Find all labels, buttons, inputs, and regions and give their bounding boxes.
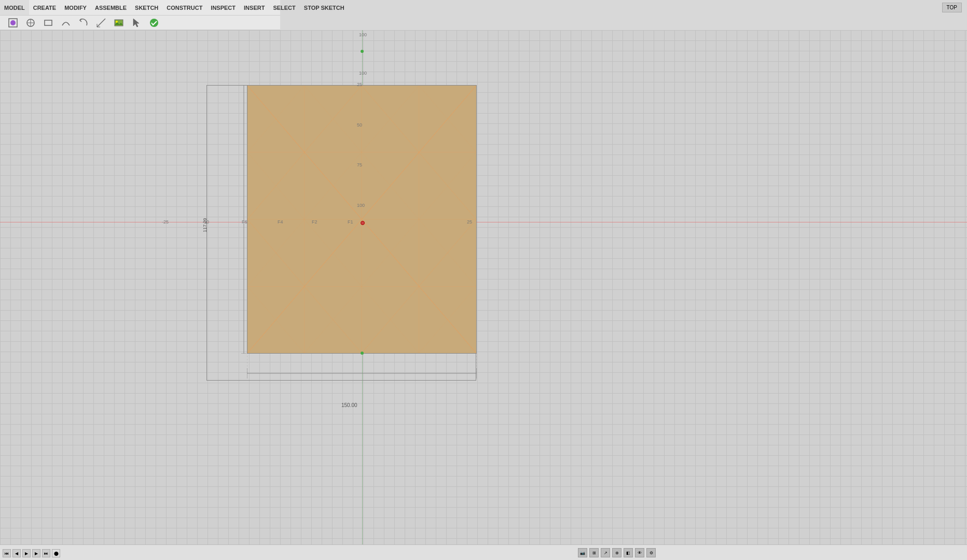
status-bar: ⏮ ◀ ▶ ▶ ⏭ ⬤ 📷 ⊞ ↗ ⊕ ◧ 👁 ⚙ <box>0 544 967 560</box>
circle-tool-icon[interactable] <box>23 16 38 30</box>
play-button[interactable]: ▶ <box>22 549 31 557</box>
menu-sketch[interactable]: SKETCH <box>131 0 162 15</box>
menu-bar: MODEL CREATE MODIFY ASSEMBLE SKETCH CONS… <box>0 0 280 16</box>
dimension-bottom-label: 150.00 <box>341 402 357 408</box>
display-mode-icon[interactable]: ◧ <box>624 548 633 557</box>
grid-number-25v: 25 <box>357 82 362 87</box>
stop-sketch-icon[interactable] <box>147 16 161 30</box>
grid-tool-icon[interactable]: ⊞ <box>589 548 599 557</box>
menu-select[interactable]: SELECT <box>269 0 299 15</box>
grid-number-25: 25 <box>467 219 472 225</box>
horizontal-axis <box>0 222 967 222</box>
grid-number-100v: 100 <box>357 203 365 208</box>
svg-point-12 <box>150 19 158 27</box>
menu-inspect[interactable]: INSPECT <box>206 0 240 15</box>
grid-number-neg25: -25 <box>162 219 169 225</box>
select-cursor-icon[interactable] <box>129 16 144 30</box>
svg-rect-9 <box>115 20 123 26</box>
skip-back-button[interactable]: ⏮ <box>3 549 11 557</box>
playback-controls: ⏮ ◀ ▶ ▶ ⏭ ⬤ <box>3 549 60 557</box>
grid-number-100-top: 100 <box>359 32 367 37</box>
dimension-icon[interactable] <box>94 16 108 30</box>
vertical-axis-top-marker <box>361 50 364 53</box>
undo-icon[interactable] <box>76 16 91 30</box>
record-button[interactable]: ⬤ <box>52 549 60 557</box>
grid-number-f1: F1 <box>348 219 353 225</box>
arc-tool-icon[interactable] <box>59 16 73 30</box>
menu-insert[interactable]: INSERT <box>240 0 269 15</box>
grid-number-f4: F4 <box>278 219 283 225</box>
menu-modify[interactable]: MODIFY <box>60 0 91 15</box>
svg-rect-5 <box>45 20 52 25</box>
grid-background <box>0 30 967 544</box>
show-hide-icon[interactable]: 👁 <box>635 548 644 557</box>
grid-number-75v: 75 <box>357 162 362 167</box>
grid-number-100: 100 <box>359 71 367 76</box>
camera-tool-icon[interactable]: 📷 <box>578 548 587 557</box>
svg-marker-11 <box>133 19 139 27</box>
model-icon[interactable] <box>6 16 20 30</box>
image-icon[interactable] <box>112 16 126 30</box>
canvas-area[interactable]: 150.00 117.29 100 100 -25 -10 F6 F4 F2 F… <box>0 30 967 544</box>
skip-forward-button[interactable]: ⏭ <box>42 549 50 557</box>
bottom-right-tools: 📷 ⊞ ↗ ⊕ ◧ 👁 ⚙ <box>578 548 656 557</box>
grid-number-neg10: -10 <box>202 219 209 225</box>
menu-create[interactable]: CREATE <box>29 0 60 15</box>
menu-assemble[interactable]: ASSEMBLE <box>91 0 131 15</box>
grid-number-50v: 50 <box>357 122 362 128</box>
settings-icon[interactable]: ⚙ <box>646 548 656 557</box>
menu-stop-sketch[interactable]: STOP SKETCH <box>300 0 349 15</box>
snap-tool-icon[interactable]: ⊕ <box>612 548 621 557</box>
dimension-bottom-svg <box>247 353 477 404</box>
menu-model[interactable]: MODEL <box>0 0 29 15</box>
grid-number-f2: F2 <box>312 219 317 225</box>
select-tool-icon[interactable]: ↗ <box>601 548 610 557</box>
svg-line-6 <box>97 19 105 27</box>
step-forward-button[interactable]: ▶ <box>32 549 40 557</box>
top-right-button[interactable]: TOP <box>942 3 962 12</box>
menu-construct[interactable]: CONSTRUCT <box>162 0 206 15</box>
vertical-axis-bottom-marker <box>361 352 364 355</box>
grid-number-f6: F6 <box>242 219 247 225</box>
svg-point-1 <box>10 20 16 25</box>
center-point-marker[interactable] <box>361 221 365 225</box>
step-back-button[interactable]: ◀ <box>12 549 21 557</box>
rect-tool-icon[interactable] <box>41 16 56 30</box>
